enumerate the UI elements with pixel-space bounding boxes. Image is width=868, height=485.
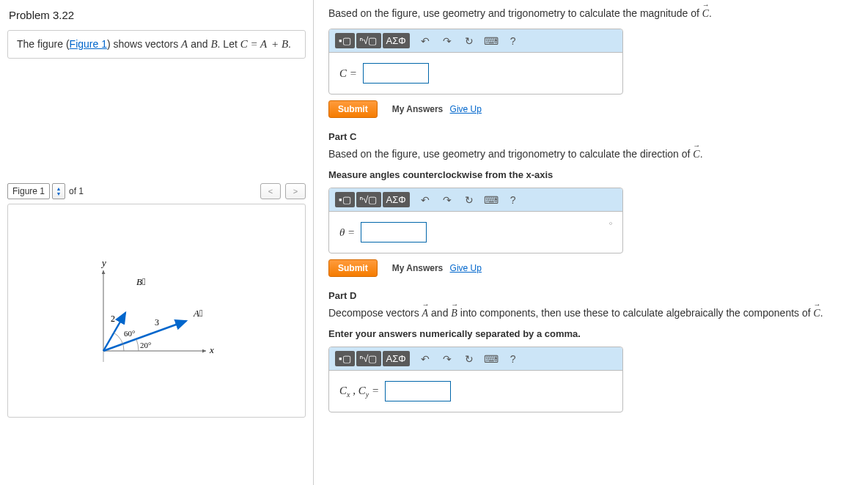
- intro-text-1: The figure (: [17, 38, 70, 50]
- partB-var-label: C =: [339, 67, 357, 80]
- right-panel: Based on the figure, use geometry and tr…: [314, 0, 868, 485]
- vector-C-c: C: [693, 149, 699, 160]
- help-icon-c[interactable]: ?: [507, 193, 520, 207]
- partC-answer-input[interactable]: [361, 222, 427, 242]
- intro-and: and: [188, 38, 210, 50]
- intro-period: .: [288, 38, 291, 50]
- partC-title: Part C: [328, 131, 853, 142]
- redo-icon[interactable]: ↷: [441, 34, 454, 48]
- reset-icon-d[interactable]: ↻: [463, 352, 476, 366]
- greek-button-d[interactable]: ΑΣΦ: [383, 351, 410, 366]
- vector-B-label: B⃗: [136, 276, 146, 287]
- figure-prev-button[interactable]: <: [260, 183, 281, 199]
- partC-var-label: θ =: [339, 226, 355, 239]
- partD-toolbar: ▪▢ ⁿ√▢ ΑΣΦ ↶ ↷ ↻ ⌨ ?: [329, 347, 622, 371]
- partB-submit-row: Submit My Answers Give Up: [328, 100, 853, 118]
- partC-input-row: θ = °: [329, 212, 622, 253]
- keyboard-icon[interactable]: ⌨: [485, 34, 498, 48]
- vector-B-length: 2: [111, 314, 115, 324]
- figure-canvas: y x B⃗ 2 A⃗ 3 60° 20°: [7, 204, 306, 418]
- partD-var-label: Cx , Cy =: [339, 385, 379, 399]
- figure-stepper[interactable]: ▲▼: [52, 183, 65, 199]
- undo-icon[interactable]: ↶: [419, 34, 432, 48]
- template-icon-d[interactable]: ▪▢: [335, 351, 355, 366]
- sqrt-button-c[interactable]: ⁿ√▢: [356, 192, 381, 207]
- sqrt-button[interactable]: ⁿ√▢: [356, 33, 381, 48]
- partC-toolbar: ▪▢ ⁿ√▢ ΑΣΦ ↶ ↷ ↻ ⌨ ?: [329, 188, 622, 212]
- vector-B-sum: B: [282, 38, 288, 50]
- vector-C-intro: C: [240, 38, 248, 50]
- intro-let: . Let: [218, 38, 240, 50]
- undo-icon-d[interactable]: ↶: [419, 352, 432, 366]
- reset-icon-c[interactable]: ↻: [463, 193, 476, 207]
- vector-B-intro: B: [210, 38, 217, 50]
- vector-A-sum: A: [260, 38, 267, 50]
- figure-selector: Figure 1 ▲▼ of 1: [7, 183, 84, 199]
- redo-icon-c[interactable]: ↷: [441, 193, 454, 207]
- partB-instr: Based on the figure, use geometry and tr…: [328, 7, 853, 20]
- undo-icon-c[interactable]: ↶: [419, 193, 432, 207]
- vector-C-b: C: [702, 8, 709, 20]
- keyboard-icon-d[interactable]: ⌨: [485, 352, 498, 366]
- vector-A-length: 3: [155, 317, 159, 327]
- left-panel: Problem 3.22 The figure (Figure 1) shows…: [0, 0, 314, 485]
- figure-nav-bar: Figure 1 ▲▼ of 1 < >: [7, 183, 306, 199]
- partC-submit-button[interactable]: Submit: [328, 259, 378, 277]
- y-axis-label: y: [100, 257, 106, 268]
- partB-answer-panel: ▪▢ ⁿ√▢ ΑΣΦ ↶ ↷ ↻ ⌨ ? C =: [328, 29, 623, 95]
- partB-toolbar: ▪▢ ⁿ√▢ ΑΣΦ ↶ ↷ ↻ ⌨ ?: [329, 29, 622, 53]
- template-icon-c[interactable]: ▪▢: [335, 192, 355, 207]
- angle-60: 60°: [124, 329, 135, 338]
- vector-B-d: B: [451, 308, 457, 319]
- partB-give-up[interactable]: Give Up: [450, 104, 482, 114]
- partB-answer-input[interactable]: [363, 63, 429, 84]
- partD-answer-panel: ▪▢ ⁿ√▢ ΑΣΦ ↶ ↷ ↻ ⌨ ? Cx , Cy =: [328, 347, 623, 412]
- partD-answer-input[interactable]: [385, 381, 451, 401]
- partD-input-row: Cx , Cy =: [329, 371, 622, 412]
- problem-intro: The figure (Figure 1) shows vectors A an…: [7, 30, 306, 59]
- partC-instr: Based on the figure, use geometry and tr…: [328, 148, 853, 160]
- intro-text-2: ) shows vectors: [107, 38, 181, 50]
- angle-20: 20°: [140, 341, 151, 349]
- partD-instr: Decompose vectors A and B into component…: [328, 307, 853, 319]
- partD-bold-instr: Enter your answers numerically separated…: [328, 328, 853, 339]
- problem-title: Problem 3.22: [9, 9, 306, 21]
- partC-unit: °: [609, 221, 612, 229]
- x-axis-label: x: [209, 344, 214, 355]
- reset-icon[interactable]: ↻: [463, 34, 476, 48]
- partB-input-row: C =: [329, 53, 622, 94]
- vector-C-d: C: [814, 308, 820, 319]
- greek-button[interactable]: ΑΣΦ: [383, 33, 410, 48]
- partC-answer-panel: ▪▢ ⁿ√▢ ΑΣΦ ↶ ↷ ↻ ⌨ ? θ = °: [328, 188, 623, 253]
- partD-title: Part D: [328, 290, 853, 301]
- partC-submit-row: Submit My Answers Give Up: [328, 259, 853, 277]
- template-icon[interactable]: ▪▢: [335, 33, 355, 48]
- vector-A-d: A: [422, 308, 429, 319]
- figure-of-text: of 1: [69, 186, 84, 196]
- partC-give-up[interactable]: Give Up: [450, 263, 482, 273]
- vector-A-intro: A: [181, 38, 188, 50]
- intro-equals: =: [248, 38, 260, 50]
- partB-submit-button[interactable]: Submit: [328, 100, 378, 118]
- greek-button-c[interactable]: ΑΣΦ: [383, 192, 410, 207]
- help-icon-d[interactable]: ?: [507, 352, 520, 366]
- partB-my-answers[interactable]: My Answers: [392, 104, 444, 114]
- sqrt-button-d[interactable]: ⁿ√▢: [356, 351, 381, 366]
- partC-bold-instr: Measure angles counterclockwise from the…: [328, 169, 853, 180]
- vector-A-label: A⃗: [193, 308, 203, 319]
- figure-svg: y x B⃗ 2 A⃗ 3 60° 20°: [67, 234, 228, 395]
- figure-next-button[interactable]: >: [285, 183, 306, 199]
- keyboard-icon-c[interactable]: ⌨: [485, 193, 498, 207]
- figure-link[interactable]: Figure 1: [70, 38, 107, 50]
- redo-icon-d[interactable]: ↷: [441, 352, 454, 366]
- help-icon[interactable]: ?: [507, 34, 520, 48]
- figure-select-box[interactable]: Figure 1: [7, 183, 50, 199]
- partC-my-answers[interactable]: My Answers: [392, 263, 444, 273]
